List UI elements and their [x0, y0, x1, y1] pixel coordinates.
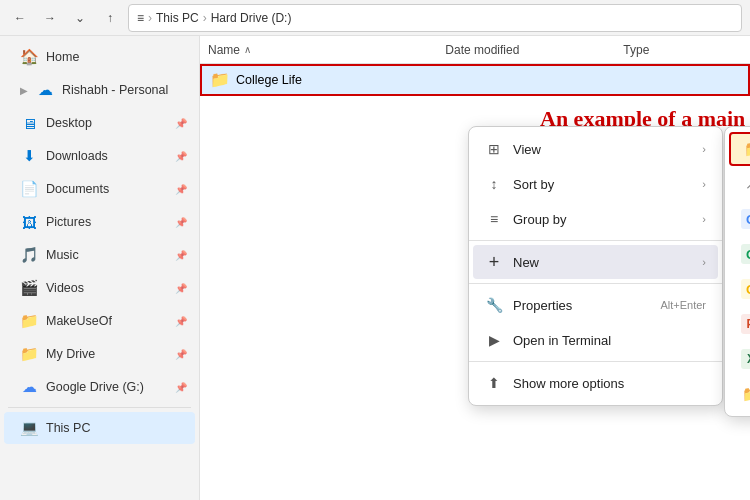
new-icon: +: [485, 253, 503, 271]
onedrive-icon: ☁: [36, 81, 54, 99]
more-options-icon: ⬆: [485, 374, 503, 392]
sort-icon: ↕: [485, 175, 503, 193]
col-header-type[interactable]: Type: [623, 43, 742, 57]
menu-item-group-by[interactable]: ≡ Group by ›: [473, 202, 718, 236]
pin-icon-gdrive: 📌: [175, 382, 187, 393]
main-layout: 🏠 Home ▶ ☁ Rishabh - Personal 🖥 Desktop …: [0, 36, 750, 500]
mydrive-icon: 📁: [20, 345, 38, 363]
address-bar[interactable]: ≡ › This PC › Hard Drive (D:): [128, 4, 742, 32]
zip-icon: 📁: [741, 384, 750, 404]
recent-button[interactable]: ⌄: [68, 6, 92, 30]
menu-divider-2: [469, 283, 722, 284]
submenu-item-folder[interactable]: 📁 Folder: [729, 132, 750, 166]
menu-item-properties[interactable]: 🔧 Properties Alt+Enter: [473, 288, 718, 322]
sort-arrow-right-icon: ›: [702, 178, 706, 190]
menu-item-more-options[interactable]: ⬆ Show more options: [473, 366, 718, 400]
sidebar-item-mydrive[interactable]: 📁 My Drive 📌: [4, 338, 195, 370]
content-area: Name ∧ Date modified Type 📁 College Life…: [200, 36, 750, 500]
google-sheets-icon: G: [741, 244, 750, 264]
context-menu: ⊞ View › ↕ Sort by › ≡ Group by › + New …: [468, 126, 723, 406]
new-arrow-icon: ›: [702, 256, 706, 268]
expand-icon: ▶: [20, 85, 28, 96]
terminal-icon: ▶: [485, 331, 503, 349]
sidebar-item-downloads[interactable]: ⬇ Downloads 📌: [4, 140, 195, 172]
pin-icon-videos: 📌: [175, 283, 187, 294]
address-home-icon: ≡: [137, 11, 144, 25]
home-icon: 🏠: [20, 48, 38, 66]
google-slides-icon: G: [741, 279, 750, 299]
submenu-item-excel[interactable]: X Microsoft Excel Worksheet: [729, 342, 750, 376]
file-name-label: College Life: [236, 73, 740, 87]
submenu-item-shortcut[interactable]: ↗ Shortcut: [729, 167, 750, 201]
menu-item-view[interactable]: ⊞ View ›: [473, 132, 718, 166]
powerpoint-icon: P: [741, 314, 750, 334]
desktop-icon: 🖥: [20, 114, 38, 132]
pin-icon-makeuseof: 📌: [175, 316, 187, 327]
menu-item-new[interactable]: + New ›: [473, 245, 718, 279]
makeuseof-icon: 📁: [20, 312, 38, 330]
shortcut-icon: ↗: [741, 174, 750, 194]
sidebar-item-documents[interactable]: 📄 Documents 📌: [4, 173, 195, 205]
folder-icon: 📁: [210, 70, 230, 90]
menu-divider-1: [469, 240, 722, 241]
sidebar-item-onedrive[interactable]: ▶ ☁ Rishabh - Personal: [4, 74, 195, 106]
titlebar: ← → ⌄ ↑ ≡ › This PC › Hard Drive (D:): [0, 0, 750, 36]
menu-item-sort-by[interactable]: ↕ Sort by ›: [473, 167, 718, 201]
submenu-item-google-sheets[interactable]: G Google Sheets: [729, 237, 750, 271]
submenu-item-google-slides[interactable]: G Google Slides: [729, 272, 750, 306]
sidebar-item-pictures[interactable]: 🖼 Pictures 📌: [4, 206, 195, 238]
music-icon: 🎵: [20, 246, 38, 264]
sidebar-item-home[interactable]: 🏠 Home: [4, 41, 195, 73]
downloads-icon: ⬇: [20, 147, 38, 165]
address-this-pc: This PC: [156, 11, 199, 25]
group-icon: ≡: [485, 210, 503, 228]
google-docs-icon: G: [741, 209, 750, 229]
pin-icon-music: 📌: [175, 250, 187, 261]
pin-icon-mydrive: 📌: [175, 349, 187, 360]
sort-arrow-icon: ∧: [244, 44, 251, 55]
pin-icon-documents: 📌: [175, 184, 187, 195]
forward-button[interactable]: →: [38, 6, 62, 30]
excel-icon: X: [741, 349, 750, 369]
sidebar-divider: [8, 407, 191, 408]
group-arrow-icon: ›: [702, 213, 706, 225]
folder-submenu-icon: 📁: [743, 139, 750, 159]
documents-icon: 📄: [20, 180, 38, 198]
view-icon: ⊞: [485, 140, 503, 158]
sidebar-item-videos[interactable]: 🎬 Videos 📌: [4, 272, 195, 304]
submenu-item-ppt[interactable]: P Microsoft PowerPoint Present.: [729, 307, 750, 341]
menu-item-open-terminal[interactable]: ▶ Open in Terminal: [473, 323, 718, 357]
sidebar-item-music[interactable]: 🎵 Music 📌: [4, 239, 195, 271]
sidebar-item-desktop[interactable]: 🖥 Desktop 📌: [4, 107, 195, 139]
submenu-item-google-docs[interactable]: G Google Docs: [729, 202, 750, 236]
address-drive: Hard Drive (D:): [211, 11, 292, 25]
table-row[interactable]: 📁 College Life: [200, 64, 750, 96]
col-header-name[interactable]: Name ∧: [208, 43, 445, 57]
sidebar-item-googledrive[interactable]: ☁ Google Drive (G:) 📌: [4, 371, 195, 403]
column-headers: Name ∧ Date modified Type: [200, 36, 750, 64]
googledrive-icon: ☁: [20, 378, 38, 396]
back-button[interactable]: ←: [8, 6, 32, 30]
pin-icon-pictures: 📌: [175, 217, 187, 228]
sidebar: 🏠 Home ▶ ☁ Rishabh - Personal 🖥 Desktop …: [0, 36, 200, 500]
up-button[interactable]: ↑: [98, 6, 122, 30]
view-arrow-icon: ›: [702, 143, 706, 155]
pin-icon: 📌: [175, 118, 187, 129]
submenu: 📁 Folder ↗ Shortcut G Google Docs G Goog…: [724, 126, 750, 417]
col-header-date[interactable]: Date modified: [445, 43, 623, 57]
properties-icon: 🔧: [485, 296, 503, 314]
sidebar-item-thispc[interactable]: 💻 This PC: [4, 412, 195, 444]
pictures-icon: 🖼: [20, 213, 38, 231]
menu-divider-3: [469, 361, 722, 362]
thispc-icon: 💻: [20, 419, 38, 437]
sidebar-item-makeuseof[interactable]: 📁 MakeUseOf 📌: [4, 305, 195, 337]
videos-icon: 🎬: [20, 279, 38, 297]
pin-icon-downloads: 📌: [175, 151, 187, 162]
submenu-item-zip[interactable]: 📁 Compressed (zipped) Folder: [729, 377, 750, 411]
